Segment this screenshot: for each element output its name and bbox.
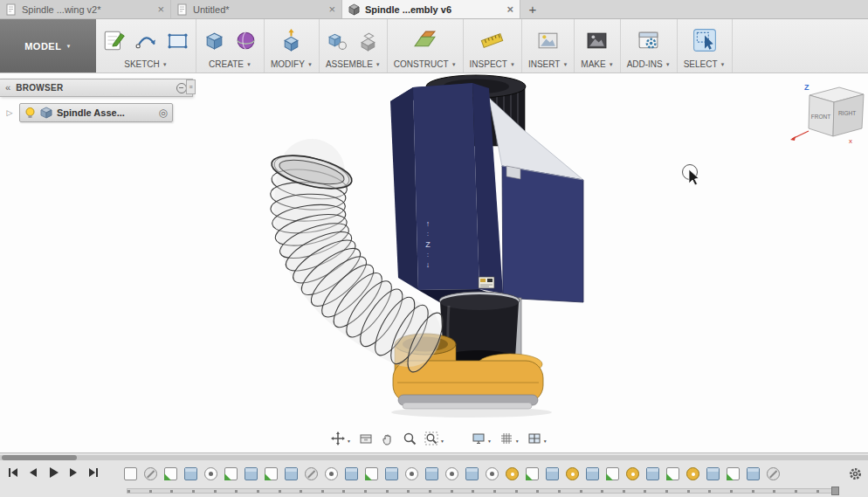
tab-untitled[interactable]: Untitled* ×: [171, 0, 342, 18]
document-tab-bar: Spindle ...wing v2* × Untitled* × Spindl…: [0, 0, 868, 19]
timeline-feature-revolve[interactable]: [144, 467, 157, 480]
marking-dots: :: [427, 231, 429, 237]
timeline-feature-sketch[interactable]: [526, 467, 539, 480]
viewport-canvas[interactable]: ↑ : Z : ↓: [0, 73, 868, 452]
toolbar-group-make: MAKE ▼: [575, 19, 620, 72]
modify-menu[interactable]: MODIFY ▼: [271, 57, 313, 71]
timeline-feature-extrude[interactable]: [465, 467, 479, 480]
tab-spindle-drawing[interactable]: Spindle ...wing v2* ×: [0, 0, 171, 18]
create-form-button[interactable]: [234, 29, 258, 52]
new-tab-button[interactable]: +: [520, 0, 545, 18]
timeline-feature-extrude[interactable]: [285, 467, 298, 480]
construct-plane-button[interactable]: [413, 29, 437, 52]
viewcube-right-face[interactable]: RIGHT: [838, 110, 856, 116]
close-tab-icon[interactable]: ×: [157, 3, 164, 15]
timeline-feature-hole[interactable]: [405, 467, 418, 480]
select-tool-button[interactable]: [692, 28, 717, 52]
insert-image-button[interactable]: [536, 29, 560, 52]
timeline-feature-sketch[interactable]: [666, 467, 679, 480]
timeline-feature-extrude[interactable]: [747, 467, 760, 480]
tab-spindle-assembly-active[interactable]: Spindle ...embly v6 ×: [342, 0, 520, 18]
model-spindle-assembly[interactable]: ↑ : Z : ↓: [269, 75, 583, 418]
collapse-panel-icon[interactable]: «: [5, 83, 10, 93]
select-menu[interactable]: SELECT ▼: [684, 57, 726, 71]
timeline-go-to-end-button[interactable]: [86, 466, 100, 480]
timeline-go-to-start-button[interactable]: [6, 466, 20, 480]
browser-root-item[interactable]: Spindle Asse... ◎: [19, 103, 173, 122]
grid-layout-tool[interactable]: ▼: [499, 431, 520, 446]
display-settings[interactable]: ▼: [471, 431, 493, 446]
timeline-feature-hole[interactable]: [325, 467, 338, 480]
timeline-zoom-slider[interactable]: [127, 488, 838, 494]
timeline-scrollbar[interactable]: [0, 455, 868, 460]
timeline-feature-sketch[interactable]: [265, 467, 278, 480]
timeline-feature-joint[interactable]: [626, 467, 639, 480]
timeline-feature-extrude[interactable]: [425, 467, 438, 480]
timeline-feature-extrude[interactable]: [345, 467, 358, 480]
tab-title: Spindle ...wing v2*: [22, 4, 152, 15]
timeline-feature-component[interactable]: [124, 467, 137, 480]
joint-button[interactable]: [357, 29, 381, 52]
timeline-play-button[interactable]: [46, 466, 60, 480]
make-button[interactable]: [585, 29, 609, 52]
timeline-feature-sketch[interactable]: [727, 467, 740, 480]
orbit-tool[interactable]: ▼: [330, 431, 352, 446]
timeline-feature-revolve[interactable]: [305, 467, 318, 480]
insert-menu[interactable]: INSERT ▼: [528, 57, 568, 71]
timeline-feature-sketch[interactable]: [224, 467, 238, 480]
create-menu[interactable]: CREATE ▼: [209, 57, 251, 71]
timeline-slider-handle[interactable]: [831, 487, 839, 495]
browser-header[interactable]: « BROWSER ≡: [0, 79, 193, 97]
timeline-settings-button[interactable]: [848, 466, 863, 481]
construct-menu[interactable]: CONSTRUCT ▼: [394, 57, 457, 71]
timeline-feature-extrude[interactable]: [184, 467, 197, 480]
press-pull-button[interactable]: [279, 29, 303, 52]
timeline-feature-extrude[interactable]: [245, 467, 258, 480]
sketch-arc-button[interactable]: [134, 29, 158, 52]
zoom-tool[interactable]: [402, 431, 417, 446]
measure-button[interactable]: [480, 29, 504, 52]
timeline-feature-revolve[interactable]: [767, 467, 780, 480]
timeline-feature-extrude[interactable]: [646, 467, 659, 480]
expand-node-icon[interactable]: ▷: [0, 108, 19, 117]
workspace-switcher[interactable]: MODEL ▼: [0, 19, 96, 72]
timeline-feature-extrude[interactable]: [385, 467, 398, 480]
pan-tool[interactable]: [380, 431, 396, 446]
addins-menu[interactable]: ADD-INS ▼: [627, 57, 671, 71]
scripts-addins-button[interactable]: [637, 29, 660, 52]
make-menu[interactable]: MAKE ▼: [581, 57, 613, 71]
sketch-rectangle-button[interactable]: [166, 29, 189, 52]
timeline-feature-extrude[interactable]: [586, 467, 599, 480]
create-sketch-button[interactable]: [102, 28, 127, 52]
timeline-feature-hole[interactable]: [445, 467, 458, 480]
timeline-step-back-button[interactable]: [26, 466, 40, 480]
panel-grip-icon[interactable]: ≡: [186, 79, 196, 94]
spindle-housing[interactable]: ↑ : Z : ↓: [390, 83, 583, 308]
close-tab-icon[interactable]: ×: [506, 3, 513, 15]
timeline-feature-joint[interactable]: [566, 467, 579, 480]
timeline-scrollbar-thumb[interactable]: [2, 455, 77, 460]
inspect-menu[interactable]: INSPECT ▼: [470, 57, 515, 71]
activate-component-icon[interactable]: ◎: [159, 107, 168, 118]
timeline-feature-hole[interactable]: [204, 467, 217, 480]
timeline-feature-extrude[interactable]: [546, 467, 559, 480]
create-box-button[interactable]: [203, 29, 226, 52]
timeline-feature-sketch[interactable]: [606, 467, 619, 480]
fit-tool[interactable]: ▼: [424, 431, 445, 446]
new-component-button[interactable]: [326, 29, 349, 52]
visibility-bulb-icon[interactable]: [24, 107, 36, 119]
timeline-feature-hole[interactable]: [486, 467, 499, 480]
timeline-feature-joint[interactable]: [686, 467, 699, 480]
close-tab-icon[interactable]: ×: [328, 3, 335, 15]
timeline-feature-sketch[interactable]: [365, 467, 378, 480]
timeline-feature-extrude[interactable]: [706, 467, 720, 480]
sketch-menu[interactable]: SKETCH ▼: [124, 57, 168, 71]
viewports-tool[interactable]: ▼: [527, 431, 548, 446]
viewcube-front-face[interactable]: FRONT: [811, 114, 830, 120]
assemble-menu[interactable]: ASSEMBLE ▼: [326, 57, 381, 71]
viewcube[interactable]: Z FRONT RIGHT x: [790, 83, 864, 145]
timeline-feature-sketch[interactable]: [164, 467, 177, 480]
timeline-feature-joint[interactable]: [506, 467, 519, 480]
timeline-step-forward-button[interactable]: [66, 466, 80, 480]
look-at-tool[interactable]: [358, 431, 374, 446]
